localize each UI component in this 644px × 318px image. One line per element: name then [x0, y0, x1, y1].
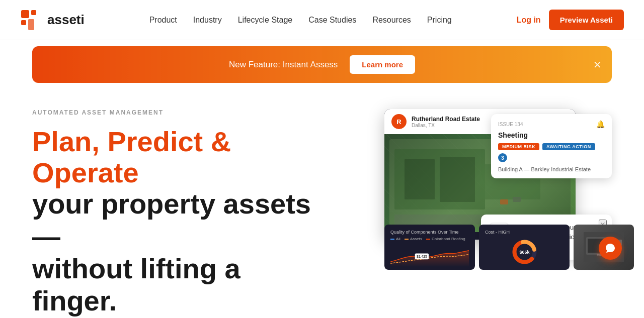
banner-close-button[interactable]: ✕	[593, 59, 602, 71]
navbar: asseti Product Industry Lifecycle Stage …	[0, 0, 644, 40]
nav-links: Product Industry Lifecycle Stage Case St…	[149, 16, 452, 25]
dashboard-location: Rutherland Road Estate Dallas, TX	[412, 116, 480, 128]
svg-rect-3	[28, 19, 34, 30]
bell-icon: 🔔	[596, 120, 605, 128]
bottom-cards: Quality of Components Over Time All Asse…	[384, 225, 634, 270]
logo[interactable]: asseti	[20, 9, 85, 31]
status-badge: AWAITING ACTION	[542, 143, 595, 150]
announcement-banner: New Feature: Instant Assess Learn more ✕	[32, 46, 612, 83]
svg-rect-0	[21, 10, 29, 18]
hero-visual: R Rutherland Road Estate Dallas, TX ⌄	[344, 109, 612, 270]
issue-badges: MEDIUM RISK AWAITING ACTION 3	[498, 143, 605, 162]
issue-title: Sheeting	[498, 131, 605, 139]
dashboard-avatar: R	[391, 114, 407, 129]
banner-text: New Feature: Instant Assess	[229, 60, 338, 70]
logo-text: asseti	[47, 12, 85, 28]
hero-title-dark-1: your property assets — without lifting a…	[32, 188, 311, 316]
hero-content: AUTOMATED ASSET MANAGEMENT Plan, Predict…	[32, 109, 324, 318]
quality-chart-title: Quality of Components Over Time	[390, 230, 469, 235]
chat-bubble-icon	[605, 243, 616, 254]
cost-chart-title: Cost - HIGH	[485, 230, 564, 235]
nav-industry[interactable]: Industry	[193, 16, 222, 25]
svg-rect-10	[513, 197, 521, 202]
svg-rect-2	[21, 20, 26, 25]
cost-chart-card: Cost - HIGH $65k	[479, 225, 570, 270]
quality-chart-card: Quality of Components Over Time All Asse…	[384, 225, 475, 270]
login-button[interactable]: Log in	[517, 16, 541, 25]
risk-badge: MEDIUM RISK	[498, 143, 539, 150]
issue-subtitle: Building A — Barkley Industrial Estate	[498, 166, 605, 172]
nav-case-studies[interactable]: Case Studies	[308, 16, 356, 25]
issue-header: ISSUE 134 🔔	[498, 120, 605, 128]
location-name: Rutherland Road Estate	[412, 116, 480, 123]
svg-rect-1	[31, 10, 36, 15]
preview-button[interactable]: Preview Asseti	[549, 10, 624, 30]
legend-assets: Assets	[405, 237, 422, 241]
line-chart: $1,425	[390, 243, 469, 268]
donut-chart: $65k	[485, 237, 564, 267]
legend-all: All	[390, 237, 400, 241]
svg-text:$65k: $65k	[519, 250, 530, 255]
nav-resources[interactable]: Resources	[372, 16, 411, 25]
hero-section: AUTOMATED ASSET MANAGEMENT Plan, Predict…	[0, 89, 644, 318]
issue-count: 3	[498, 153, 507, 162]
nav-pricing[interactable]: Pricing	[427, 16, 452, 25]
location-sub: Dallas, TX	[412, 123, 480, 128]
svg-rect-6	[440, 157, 475, 202]
issue-card: ISSUE 134 🔔 Sheeting MEDIUM RISK AWAITIN…	[491, 114, 612, 178]
issue-number: ISSUE 134	[498, 122, 523, 127]
svg-rect-9	[500, 199, 508, 204]
logo-icon	[20, 9, 42, 31]
legend-roofing: Colorbond Roofing	[426, 237, 465, 241]
nav-lifecycle[interactable]: Lifecycle Stage	[238, 16, 293, 25]
svg-text:$1,425: $1,425	[417, 255, 427, 259]
svg-rect-5	[405, 159, 435, 199]
banner-cta-button[interactable]: Learn more	[350, 55, 415, 74]
nav-actions: Log in Preview Asseti	[517, 10, 624, 30]
hero-title: Plan, Predict & Operate your property as…	[32, 126, 324, 317]
hero-title-orange: Plan, Predict & Operate	[32, 126, 231, 188]
nav-product[interactable]: Product	[149, 16, 177, 25]
chat-bubble-button[interactable]	[599, 237, 622, 260]
hero-overline: AUTOMATED ASSET MANAGEMENT	[32, 109, 324, 116]
